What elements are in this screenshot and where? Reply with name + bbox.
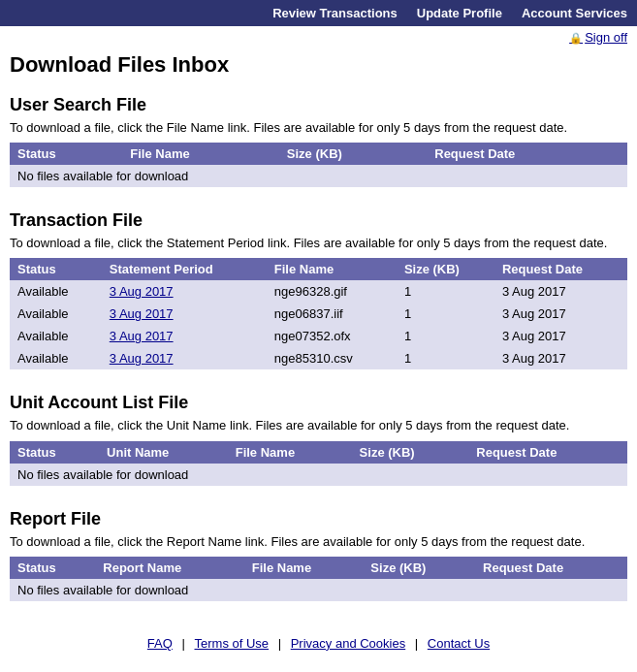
table-unit-account: StatusUnit NameFile NameSize (KB)Request… (10, 441, 627, 486)
page-title: Download Files Inbox (0, 48, 637, 87)
top-navigation: Review Transactions Update Profile Accou… (0, 0, 637, 26)
table-cell: 3 Aug 2017 (494, 347, 627, 369)
sections-container: User Search FileTo download a file, clic… (0, 87, 637, 617)
sign-off-row: 🔒Sign off (0, 26, 637, 48)
footer-faq-link[interactable]: FAQ (147, 636, 173, 651)
col-header: File Name (122, 143, 279, 165)
section-unit-account: Unit Account List FileTo download a file… (0, 385, 637, 500)
table-transaction: StatusStatement PeriodFile NameSize (KB)… (10, 258, 627, 369)
section-user-search: User Search FileTo download a file, clic… (0, 87, 637, 203)
table-cell: nge96328.gif (267, 280, 397, 303)
table-user-search: StatusFile NameSize (KB)Request DateNo f… (10, 143, 627, 187)
table-cell: 1 (397, 303, 494, 325)
col-header: Request Date (475, 557, 627, 579)
section-title-report: Report File (10, 509, 627, 529)
col-header: File Name (228, 441, 352, 464)
col-header: Statement Period (102, 258, 267, 280)
sign-off-link[interactable]: 🔒Sign off (569, 30, 627, 45)
table-cell: 1 (397, 325, 494, 347)
footer: FAQ | Terms of Use | Privacy and Cookies… (0, 617, 637, 660)
section-desc-user-search: To download a file, click the File Name … (10, 119, 627, 137)
statement-period-link[interactable]: 3 Aug 2017 (110, 306, 174, 321)
table-cell: 1 (397, 280, 494, 303)
col-header: File Name (267, 258, 397, 280)
lock-icon: 🔒 (569, 32, 583, 44)
section-transaction: Transaction FileTo download a file, clic… (0, 203, 637, 385)
empty-message: No files available for download (10, 579, 627, 601)
nav-update-profile[interactable]: Update Profile (417, 6, 502, 20)
statement-period-link[interactable]: 3 Aug 2017 (110, 284, 174, 299)
section-title-unit-account: Unit Account List File (10, 393, 627, 413)
nav-account-services[interactable]: Account Services (522, 6, 627, 20)
col-header: Request Date (427, 143, 627, 165)
col-header: Size (KB) (397, 258, 494, 280)
col-header: File Name (244, 557, 364, 579)
table-cell: 3 Aug 2017 (494, 303, 627, 325)
empty-message: No files available for download (10, 464, 627, 486)
table-cell: 3 Aug 2017 (494, 325, 627, 347)
col-header: Size (KB) (352, 441, 469, 464)
table-cell: Available (10, 280, 102, 303)
col-header: Status (10, 441, 99, 464)
table-report: StatusReport NameFile NameSize (KB)Reque… (10, 557, 627, 601)
footer-terms-link[interactable]: Terms of Use (195, 636, 270, 651)
section-desc-report: To download a file, click the Report Nam… (10, 533, 627, 551)
table-cell: 3 Aug 2017 (494, 280, 627, 303)
table-cell: Available (10, 325, 102, 347)
table-row: Available3 Aug 2017nge85310.csv13 Aug 20… (10, 347, 627, 369)
col-header: Request Date (468, 441, 627, 464)
table-row: Available3 Aug 2017nge06837.iif13 Aug 20… (10, 303, 627, 325)
table-cell: Available (10, 303, 102, 325)
statement-period-link[interactable]: 3 Aug 2017 (110, 329, 174, 343)
footer-sep-3: | (415, 636, 422, 651)
table-cell: Available (10, 347, 102, 369)
empty-message: No files available for download (10, 165, 627, 187)
footer-sep-1: | (182, 636, 189, 651)
section-desc-transaction: To download a file, click the Statement … (10, 235, 627, 252)
col-header: Status (10, 143, 122, 165)
table-cell: nge85310.csv (267, 347, 397, 369)
col-header: Status (10, 258, 102, 280)
footer-privacy-link[interactable]: Privacy and Cookies (291, 636, 406, 651)
table-row: Available3 Aug 2017nge96328.gif13 Aug 20… (10, 280, 627, 303)
col-header: Status (10, 557, 95, 579)
footer-sep-2: | (278, 636, 285, 651)
col-header: Size (KB) (363, 557, 475, 579)
col-header: Unit Name (99, 441, 228, 464)
col-header: Request Date (494, 258, 627, 280)
col-header: Size (KB) (279, 143, 427, 165)
section-title-user-search: User Search File (10, 95, 627, 115)
table-cell: nge06837.iif (267, 303, 397, 325)
col-header: Report Name (95, 557, 243, 579)
footer-contact-link[interactable]: Contact Us (428, 636, 490, 651)
table-cell: 1 (397, 347, 494, 369)
section-title-transaction: Transaction File (10, 210, 627, 231)
section-desc-unit-account: To download a file, click the Unit Name … (10, 417, 627, 434)
table-row: Available3 Aug 2017nge07352.ofx13 Aug 20… (10, 325, 627, 347)
section-report: Report FileTo download a file, click the… (0, 501, 637, 617)
table-cell: nge07352.ofx (267, 325, 397, 347)
nav-review-transactions[interactable]: Review Transactions (272, 6, 398, 20)
statement-period-link[interactable]: 3 Aug 2017 (110, 351, 174, 366)
